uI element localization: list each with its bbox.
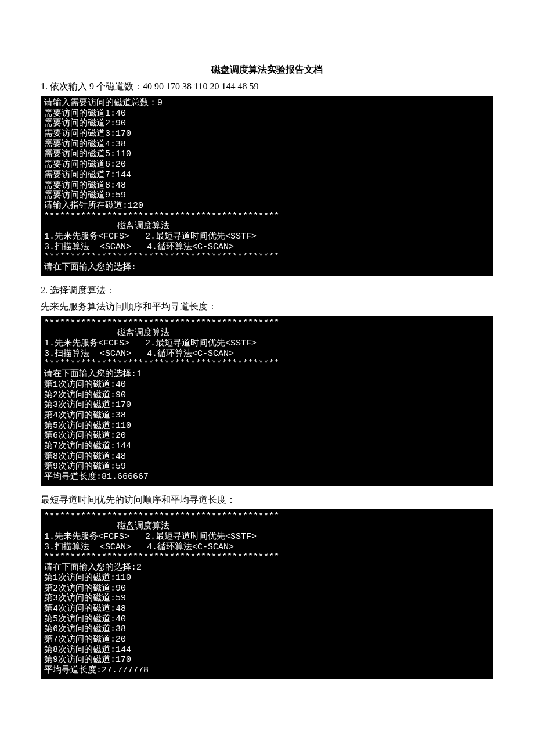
console-output-input: 请输入需要访问的磁道总数：9 需要访问的磁道1:40 需要访问的磁道2:90 需… — [41, 96, 493, 276]
sstf-description: 最短寻道时间优先的访问顺序和平均寻道长度： — [41, 493, 493, 507]
fcfs-description: 先来先服务算法访问顺序和平均寻道长度： — [41, 300, 493, 314]
console-output-sstf: ****************************************… — [41, 509, 493, 679]
step1-text: 1. 依次输入 9 个磁道数：40 90 170 38 110 20 144 4… — [41, 80, 493, 93]
console-output-fcfs: ****************************************… — [41, 316, 493, 486]
step2-text: 2. 选择调度算法： — [41, 283, 493, 297]
document-title: 磁盘调度算法实验报告文档 — [41, 64, 493, 76]
document-page: 磁盘调度算法实验报告文档 1. 依次输入 9 个磁道数：40 90 170 38… — [41, 64, 493, 679]
